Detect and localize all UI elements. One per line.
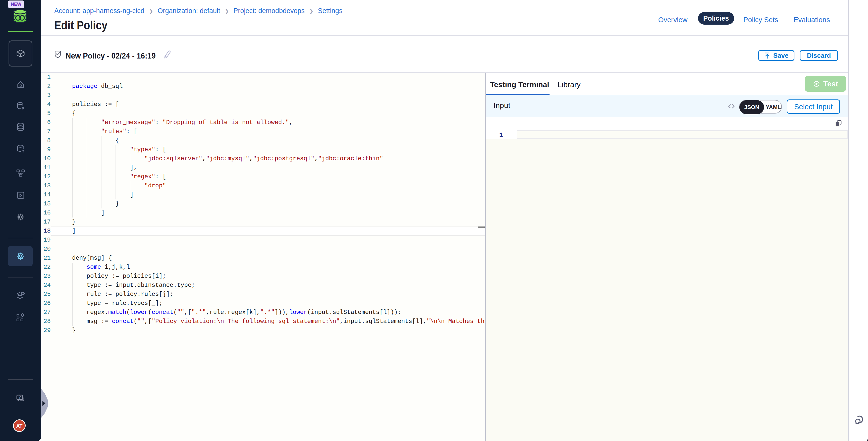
svg-text:?: ?	[19, 395, 21, 399]
